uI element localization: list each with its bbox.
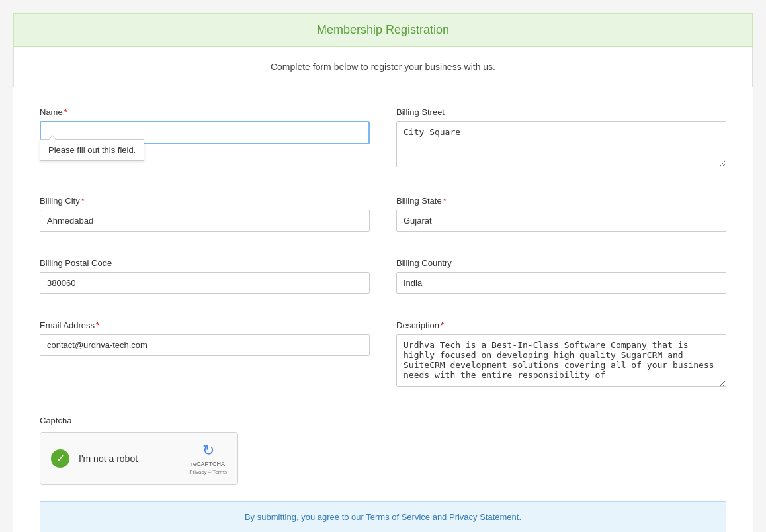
page-title: Membership Registration [23, 23, 743, 37]
billing-city-group: Billing City* [40, 196, 370, 232]
form-row-3: Billing Postal Code Billing Country [40, 258, 726, 307]
page-header: Membership Registration [13, 13, 753, 47]
page-wrapper: Membership Registration Complete form be… [13, 13, 753, 532]
terms-text: By submitting, you agree to our Terms of… [245, 512, 521, 522]
billing-country-group: Billing Country [396, 258, 726, 294]
subtitle-text: Complete form below to register your bus… [271, 62, 495, 72]
name-tooltip: Please fill out this field. [40, 139, 144, 161]
form-col-left-1: Name* Please fill out this field. [40, 107, 370, 183]
terms-bar: By submitting, you agree to our Terms of… [40, 501, 726, 532]
form-row-1: Name* Please fill out this field. Billin… [40, 107, 726, 183]
billing-city-label: Billing City* [40, 196, 370, 206]
name-label: Name* [40, 107, 370, 117]
recaptcha-links: Privacy – Terms [189, 469, 227, 475]
email-label: Email Address* [40, 320, 370, 330]
billing-state-input[interactable] [396, 210, 726, 232]
billing-state-group: Billing State* [396, 196, 726, 232]
form-row-4: Email Address* Description* Urdhva Tech … [40, 320, 726, 402]
billing-postal-input[interactable] [40, 272, 370, 294]
form-container: Name* Please fill out this field. Billin… [13, 87, 753, 532]
captcha-checkmark: ✓ [51, 449, 69, 468]
form-col-left-2: Billing City* [40, 196, 370, 245]
billing-country-input[interactable] [396, 272, 726, 294]
recaptcha-logo-area: ↻ reCAPTCHA Privacy – Terms [189, 442, 227, 475]
page-subheader: Complete form below to register your bus… [13, 47, 753, 87]
captcha-checkbox-label: I'm not a robot [79, 453, 180, 464]
billing-country-label: Billing Country [396, 258, 726, 268]
registration-form: Name* Please fill out this field. Billin… [40, 107, 726, 532]
form-col-right-1: Billing Street City Square [396, 107, 726, 183]
billing-state-label: Billing State* [396, 196, 726, 206]
billing-postal-label: Billing Postal Code [40, 258, 370, 268]
email-input[interactable] [40, 334, 370, 356]
form-row-2: Billing City* Billing State* [40, 196, 726, 245]
billing-street-group: Billing Street City Square [396, 107, 726, 169]
description-group: Description* Urdhva Tech is a Best-In-Cl… [396, 320, 726, 389]
captcha-section: Captcha ✓ I'm not a robot ↻ reCAPTCHA Pr… [40, 416, 726, 485]
captcha-label: Captcha [40, 416, 726, 425]
form-col-right-2: Billing State* [396, 196, 726, 245]
email-group: Email Address* [40, 320, 370, 356]
billing-city-input[interactable] [40, 210, 370, 232]
name-field-group: Name* Please fill out this field. [40, 107, 370, 144]
recaptcha-icon: ↻ [202, 442, 214, 459]
description-input[interactable]: Urdhva Tech is a Best-In-Class Software … [396, 334, 726, 387]
billing-street-label: Billing Street [396, 107, 726, 117]
form-col-right-3: Billing Country [396, 258, 726, 307]
captcha-box[interactable]: ✓ I'm not a robot ↻ reCAPTCHA Privacy – … [40, 432, 238, 485]
form-col-left-3: Billing Postal Code [40, 258, 370, 307]
form-col-right-4: Description* Urdhva Tech is a Best-In-Cl… [396, 320, 726, 402]
recaptcha-brand: reCAPTCHA [191, 461, 225, 468]
billing-street-input[interactable]: City Square [396, 121, 726, 167]
description-label: Description* [396, 320, 726, 330]
billing-postal-group: Billing Postal Code [40, 258, 370, 294]
form-col-left-4: Email Address* [40, 320, 370, 402]
